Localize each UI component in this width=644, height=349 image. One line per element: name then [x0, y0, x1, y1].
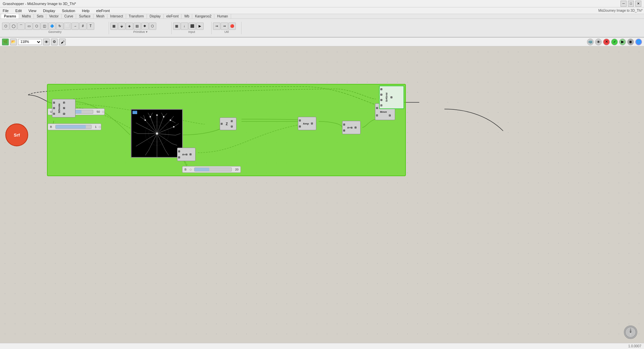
fz-ports-left: F: [220, 118, 223, 130]
util-label: Util: [213, 30, 240, 34]
settings-btn[interactable]: ⚙: [51, 39, 58, 45]
tb-util3[interactable]: 🔴: [228, 22, 236, 30]
tb-circle[interactable]: ◯: [10, 22, 17, 30]
menu-help[interactable]: Help: [80, 8, 91, 13]
srfgrid-s-label: S: [381, 99, 382, 101]
tb-brep[interactable]: 🔷: [48, 22, 56, 30]
b2-track[interactable]: [194, 167, 232, 171]
restore-button[interactable]: □: [628, 1, 634, 7]
tb-surface[interactable]: ◫: [41, 22, 48, 30]
move-port-x: X: [389, 114, 391, 116]
menu-elefront[interactable]: eleFront: [95, 8, 111, 13]
tb-transform[interactable]: ↻: [56, 22, 63, 30]
tab-intersect[interactable]: Intersect: [107, 14, 126, 18]
tb-prim5[interactable]: ❖: [141, 22, 149, 30]
tb-prim4[interactable]: ▤: [133, 22, 141, 30]
canvas-area[interactable]: Srf U Count 50 ◇ B 1 ◇ S U V SDivide P N…: [0, 47, 644, 349]
sdivide-ports-left: S U V: [52, 99, 56, 117]
gray-icon[interactable]: ◉: [627, 39, 634, 45]
tab-params[interactable]: Params: [1, 14, 19, 18]
tb-number[interactable]: #: [79, 22, 87, 30]
red-icon[interactable]: ✕: [603, 39, 610, 45]
minimize-button[interactable]: ─: [621, 1, 627, 7]
tab-display[interactable]: Display: [147, 14, 164, 18]
menu-file[interactable]: File: [1, 8, 10, 13]
tb-prim3[interactable]: ◈: [126, 22, 133, 30]
b2-slider[interactable]: B ◇ 20: [182, 166, 241, 173]
tab-mesh[interactable]: Mesh: [94, 14, 107, 18]
fz-z-label: Z: [231, 120, 232, 122]
tab-curve[interactable]: Curve: [62, 14, 76, 18]
tb-input4[interactable]: ▶: [196, 22, 204, 30]
tb-text[interactable]: T: [87, 22, 94, 30]
green2-icon[interactable]: ▶: [619, 39, 626, 45]
b-slider[interactable]: B 1 ◇: [48, 123, 101, 130]
tb-mesh[interactable]: ⬡: [33, 22, 40, 30]
menu-solution[interactable]: Solution: [60, 8, 76, 13]
tb-util1[interactable]: ⇒: [213, 22, 220, 30]
apb-node[interactable]: A B A+B R: [342, 121, 361, 134]
axb1-body: A×B: [181, 148, 189, 161]
tab-kangaroo2[interactable]: Kangaroo2: [192, 14, 214, 18]
tb-input1[interactable]: ▦: [173, 22, 180, 30]
image-node[interactable]: [131, 109, 183, 158]
move-port-g: G: [376, 107, 378, 109]
blue-icon[interactable]: 🌐: [635, 39, 642, 45]
tb-prim2[interactable]: ⬙: [118, 22, 125, 30]
menu-view[interactable]: View: [27, 8, 38, 13]
input-group: ▦ ↓ ⬛ ▶ Input: [172, 22, 212, 34]
close-button[interactable]: ✕: [635, 1, 641, 7]
sdivide-node[interactable]: S U V SDivide P N uv: [52, 99, 75, 117]
apb-r-label: R: [355, 127, 357, 129]
axb1-node[interactable]: A B A×B R: [177, 148, 196, 161]
tab-human[interactable]: Human: [214, 14, 231, 18]
tab-sets[interactable]: Sets: [34, 14, 46, 18]
tab-wb[interactable]: Wb: [181, 14, 192, 18]
srfgrid-u-label: U: [380, 94, 382, 96]
open-btn[interactable]: 📂: [10, 39, 17, 45]
tb-input3[interactable]: ⬛: [189, 22, 196, 30]
srfgrid-node[interactable]: P U S I SrfGrid S: [379, 86, 404, 109]
sdivide-port-v: V: [53, 113, 55, 115]
apb-port-b: B: [343, 130, 345, 132]
tab-vector[interactable]: Vector: [46, 14, 61, 18]
tb-curve[interactable]: ⌒: [17, 22, 25, 30]
amp-node[interactable]: V A Amp V: [298, 117, 316, 130]
window-controls: ─ □ ✕: [621, 1, 641, 7]
menu-display[interactable]: Display: [42, 8, 56, 13]
tb-point[interactable]: ⬡: [2, 22, 9, 30]
tb-prim6[interactable]: ⬡: [149, 22, 156, 30]
menu-edit[interactable]: Edit: [14, 8, 23, 13]
apb-body: A+B: [346, 121, 354, 134]
srf-node[interactable]: Srf: [5, 123, 28, 146]
paint-btn[interactable]: 🖌: [59, 39, 66, 45]
tb-util2[interactable]: ⇒: [221, 22, 228, 30]
tb-plane[interactable]: ⬜: [64, 22, 71, 30]
b-track[interactable]: [55, 125, 92, 129]
preview-icon[interactable]: 👁: [595, 39, 602, 45]
right-toolbar-icons: 🦏 👁 ✕ ✓ ▶ ◉ 🌐: [587, 39, 642, 45]
tb-input2[interactable]: ↓: [181, 22, 188, 30]
tab-transform[interactable]: Transform: [126, 14, 147, 18]
view-btn[interactable]: 👁: [43, 39, 50, 45]
tb-vector[interactable]: →: [71, 22, 79, 30]
tab-elefront[interactable]: eleFront: [164, 14, 182, 18]
new-doc-btn[interactable]: 🌿: [2, 39, 9, 45]
amp-a-label: A: [299, 125, 301, 128]
sdivide-s-label: S: [53, 101, 55, 104]
apb-a-label: A: [343, 123, 345, 126]
rhino-icon[interactable]: 🦏: [587, 39, 594, 45]
zoom-select[interactable]: 118% 100% 75% 50%: [18, 39, 42, 45]
status-bar: 1.0.0007: [0, 343, 644, 349]
fz-port-z: Z: [231, 120, 233, 122]
srfgrid-ports-left: P U S I: [380, 86, 383, 108]
apb-b-label: B: [343, 129, 345, 132]
sdivide-uv-label: uv: [63, 113, 65, 115]
fz-node[interactable]: F Z Z V: [220, 117, 236, 130]
tb-prim1[interactable]: ▦: [110, 22, 118, 30]
tab-maths[interactable]: Maths: [19, 14, 34, 18]
tb-box[interactable]: ▭: [25, 22, 33, 30]
fz-port-v: V: [231, 126, 233, 128]
tab-surface[interactable]: Surface: [76, 14, 93, 18]
green1-icon[interactable]: ✓: [611, 39, 618, 45]
